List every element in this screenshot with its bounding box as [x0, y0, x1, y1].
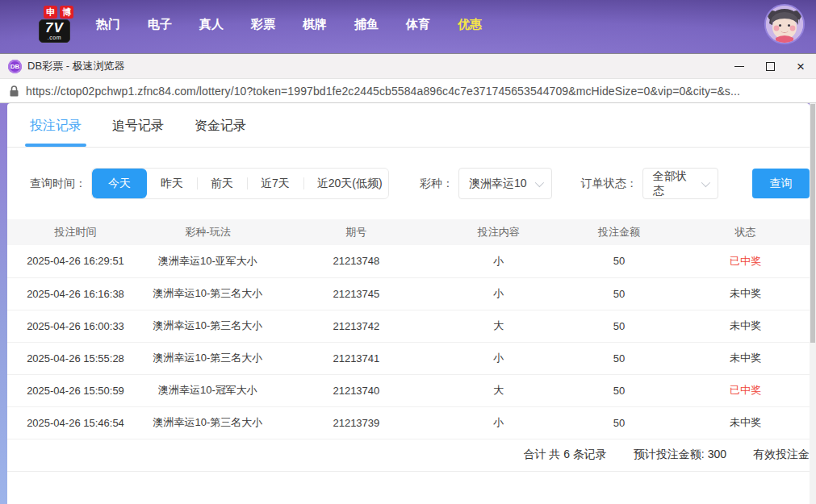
- summary-total-count: 合计 共 6 条记录: [523, 448, 606, 462]
- nav-item-cards[interactable]: 棋牌: [303, 17, 327, 32]
- logo-badge-shen: 申: [44, 6, 57, 19]
- cell-time: 2025-04-26 16:16:38: [7, 277, 144, 310]
- browser-window: DB DB彩票 - 极速浏览器 × https://ctop02pchwp1.z…: [0, 53, 816, 504]
- col-header-play: 彩种-玩法: [144, 219, 272, 245]
- cell-status: 未中奖: [681, 406, 810, 439]
- cell-content: 小: [441, 342, 557, 374]
- cell-status: 已中奖: [681, 245, 810, 277]
- site-logo[interactable]: 申 博 7V .com: [39, 6, 73, 43]
- logo-main-text: 7V: [45, 21, 64, 35]
- time-option-last7days[interactable]: 近7天: [247, 169, 303, 198]
- cell-play: 澳洲幸运10-第三名大小: [144, 310, 272, 342]
- table-row: 2025-04-26 15:50:59澳洲幸运10-冠军大小21213740大5…: [7, 374, 810, 406]
- site-nav: 热门 电子 真人 彩票 棋牌 捕鱼 体育 优惠: [96, 17, 482, 32]
- bet-records-table: 投注时间 彩种-玩法 期号 投注内容 投注金额 状态 2025-04-26 16…: [7, 219, 810, 439]
- search-button[interactable]: 查询: [752, 169, 810, 198]
- minimize-icon: [734, 66, 744, 67]
- cell-play: 澳洲幸运10-亚军大小: [144, 245, 272, 277]
- maximize-icon: [766, 62, 775, 71]
- scrollbar-track[interactable]: [810, 103, 816, 504]
- cell-time: 2025-04-26 16:00:33: [7, 310, 144, 342]
- time-option-day-before[interactable]: 前天: [197, 169, 247, 198]
- close-button[interactable]: ×: [785, 54, 816, 78]
- cell-amount: 50: [557, 406, 681, 439]
- cell-amount: 50: [557, 342, 681, 374]
- table-header: 投注时间 彩种-玩法 期号 投注内容 投注金额 状态: [7, 219, 810, 245]
- close-icon: ×: [797, 60, 805, 73]
- cell-amount: 50: [557, 245, 681, 277]
- tab-fund-records-label: 资金记录: [195, 119, 246, 132]
- active-tab-underline: [25, 144, 86, 147]
- col-header-bet-time: 投注时间: [7, 219, 144, 245]
- col-header-amount: 投注金额: [557, 219, 681, 245]
- table-row: 2025-04-26 16:29:51澳洲幸运10-亚军大小21213748小5…: [7, 245, 810, 277]
- window-title: DB彩票 - 极速浏览器: [27, 59, 125, 73]
- lottery-select[interactable]: 澳洲幸运10: [458, 168, 552, 199]
- maximize-button[interactable]: [755, 54, 785, 78]
- window-titlebar: DB DB彩票 - 极速浏览器 ×: [0, 54, 816, 78]
- nav-item-sports[interactable]: 体育: [406, 17, 430, 32]
- summary-expected-amount: 预计投注金额: 300: [634, 448, 726, 462]
- table-body: 2025-04-26 16:29:51澳洲幸运10-亚军大小21213748小5…: [7, 245, 810, 439]
- tab-chase-records-label: 追号记录: [112, 119, 164, 132]
- col-header-status: 状态: [681, 219, 810, 245]
- site-header: 申 博 7V .com 热门 电子 真人 彩票 棋牌 捕鱼 体育 优惠: [0, 0, 816, 53]
- tab-fund-records[interactable]: 资金记录: [195, 118, 246, 147]
- table-row: 2025-04-26 16:00:33澳洲幸运10-第三名大小21213742大…: [7, 310, 810, 342]
- cell-content: 大: [441, 374, 557, 406]
- cell-content: 小: [441, 406, 557, 439]
- cell-content: 大: [441, 310, 557, 342]
- tab-bet-records[interactable]: 投注记录: [30, 118, 82, 147]
- time-option-today[interactable]: 今天: [92, 169, 147, 198]
- time-option-last20days[interactable]: 近20天(低频): [303, 169, 389, 198]
- nav-item-lottery[interactable]: 彩票: [251, 17, 275, 32]
- tab-bet-records-label: 投注记录: [30, 119, 82, 132]
- scrollbar-thumb[interactable]: [810, 104, 815, 343]
- cell-amount: 50: [557, 277, 681, 310]
- tab-chase-records[interactable]: 追号记录: [112, 118, 164, 147]
- nav-item-hot[interactable]: 热门: [96, 17, 120, 32]
- time-option-yesterday[interactable]: 昨天: [147, 169, 197, 198]
- minimize-button[interactable]: [724, 54, 755, 78]
- cell-time: 2025-04-26 15:50:59: [7, 374, 144, 406]
- cell-issue: 21213745: [272, 277, 441, 310]
- logo-badges: 申 博: [44, 6, 73, 19]
- cell-play: 澳洲幸运10-第三名大小: [144, 406, 272, 439]
- order-status-select[interactable]: 全部状态: [642, 168, 718, 199]
- col-header-issue: 期号: [272, 219, 441, 245]
- cell-time: 2025-04-26 16:29:51: [7, 245, 144, 277]
- logo-suffix-text: .com: [48, 35, 61, 40]
- cell-issue: 21213748: [272, 245, 441, 277]
- cell-play: 澳洲幸运10-冠军大小: [144, 374, 272, 406]
- nav-item-live[interactable]: 真人: [199, 17, 224, 32]
- cell-issue: 21213742: [272, 310, 441, 342]
- lottery-type-label: 彩种：: [420, 177, 454, 191]
- record-tabs: 投注记录 追号记录 资金记录: [7, 103, 810, 148]
- lottery-select-value: 澳洲幸运10: [469, 177, 527, 191]
- cell-issue: 21213740: [272, 374, 441, 406]
- url-bar[interactable]: https://ctop02pchwp1.zfnc84.com/lottery/…: [0, 78, 816, 103]
- summary-valid-amount: 有效投注金: [753, 448, 810, 462]
- order-status-value: 全部状态: [653, 169, 697, 198]
- table-row: 2025-04-26 15:46:54澳洲幸运10-第三名大小21213739小…: [7, 406, 810, 439]
- user-avatar[interactable]: [764, 4, 805, 44]
- cell-issue: 21213741: [272, 342, 441, 374]
- cell-play: 澳洲幸运10-第三名大小: [144, 342, 272, 374]
- cell-issue: 21213739: [272, 406, 441, 439]
- cell-amount: 50: [557, 310, 681, 342]
- url-text: https://ctop02pchwp1.zfnc84.com/lottery/…: [26, 85, 740, 98]
- cell-status: 已中奖: [681, 374, 810, 406]
- logo-box: 7V .com: [39, 19, 70, 43]
- browser-favicon: DB: [8, 60, 22, 73]
- table-row: 2025-04-26 15:55:28澳洲幸运10-第三名大小21213741小…: [7, 342, 810, 374]
- order-status-label: 订单状态：: [581, 177, 638, 191]
- nav-item-slots[interactable]: 电子: [148, 17, 172, 32]
- nav-item-fishing[interactable]: 捕鱼: [354, 17, 379, 32]
- cell-amount: 50: [557, 374, 681, 406]
- nav-item-promo[interactable]: 优惠: [458, 17, 482, 32]
- content-panel: 投注记录 追号记录 资金记录 查询时间： 今天 昨天 前天: [7, 103, 810, 504]
- filter-bar: 查询时间： 今天 昨天 前天 近7天 近20天(低频) 彩种： 澳洲幸运10 订…: [30, 168, 810, 199]
- cell-content: 小: [441, 277, 557, 310]
- cell-status: 未中奖: [681, 277, 810, 310]
- cell-time: 2025-04-26 15:55:28: [7, 342, 144, 374]
